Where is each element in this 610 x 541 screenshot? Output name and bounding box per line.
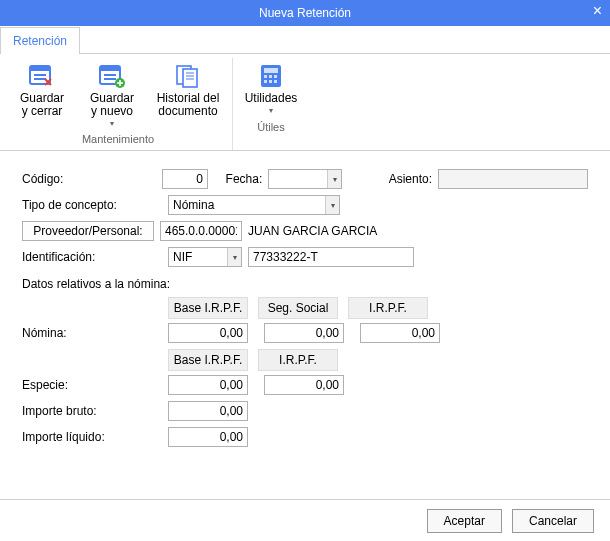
ident-value-input[interactable] bbox=[248, 247, 414, 267]
col-base-irpf-2: Base I.R.P.F. bbox=[168, 349, 248, 371]
bruto-input[interactable] bbox=[168, 401, 248, 421]
especie-row-label: Especie: bbox=[22, 378, 162, 392]
svg-rect-5 bbox=[100, 66, 120, 71]
nomina-row-label: Nómina: bbox=[22, 326, 162, 340]
col-seg-social: Seg. Social bbox=[258, 297, 338, 319]
svg-rect-20 bbox=[269, 80, 272, 83]
ribbon-body: Guardary cerrar Guardary nuevo ▾ Histori… bbox=[0, 54, 610, 151]
codigo-input[interactable] bbox=[162, 169, 208, 189]
svg-rect-10 bbox=[183, 69, 197, 87]
svg-rect-17 bbox=[269, 75, 272, 78]
svg-rect-3 bbox=[34, 78, 46, 80]
ribbon-tabs: Retención bbox=[0, 26, 610, 54]
utilities-label: Utilidades ▾ bbox=[201, 90, 341, 116]
svg-rect-7 bbox=[104, 78, 116, 80]
svg-rect-19 bbox=[264, 80, 267, 83]
tipo-dropdown-icon[interactable]: ▾ bbox=[325, 196, 339, 214]
save-new-icon bbox=[96, 62, 128, 90]
svg-rect-15 bbox=[264, 68, 278, 73]
nomina-irpf-input[interactable] bbox=[360, 323, 440, 343]
liquido-row-label: Importe líquido: bbox=[22, 430, 162, 444]
tipo-label: Tipo de concepto: bbox=[22, 198, 162, 212]
asiento-input bbox=[438, 169, 588, 189]
ident-type-dropdown-icon[interactable]: ▾ bbox=[227, 248, 241, 266]
cancel-button[interactable]: Cancelar bbox=[512, 509, 594, 533]
chevron-down-icon: ▾ bbox=[269, 105, 273, 115]
tab-retencion[interactable]: Retención bbox=[0, 27, 80, 54]
form-area: Código: Fecha: ▾ Asiento: Tipo de concep… bbox=[0, 151, 610, 463]
dialog-footer: Aceptar Cancelar bbox=[0, 499, 610, 541]
especie-base-input[interactable] bbox=[168, 375, 248, 395]
history-icon bbox=[172, 62, 204, 90]
svg-rect-1 bbox=[30, 66, 50, 71]
utilities-button[interactable]: Utilidades ▾ bbox=[239, 60, 303, 118]
group-utiles: Utilidades ▾ Útiles bbox=[233, 58, 309, 150]
group-title-utiles: Útiles bbox=[257, 118, 285, 136]
col-irpf: I.R.P.F. bbox=[348, 297, 428, 319]
fecha-dropdown-icon[interactable]: ▾ bbox=[327, 170, 341, 188]
tipo-input[interactable] bbox=[168, 195, 340, 215]
calculator-icon bbox=[255, 62, 287, 90]
proveedor-name: JUAN GARCIA GARCIA bbox=[248, 224, 377, 238]
svg-rect-6 bbox=[104, 74, 116, 76]
save-close-icon bbox=[26, 62, 58, 90]
col-irpf-2: I.R.P.F. bbox=[258, 349, 338, 371]
nomina-section-title: Datos relativos a la nómina: bbox=[22, 277, 588, 291]
ident-label: Identificación: bbox=[22, 250, 162, 264]
ok-button[interactable]: Aceptar bbox=[427, 509, 502, 533]
svg-rect-18 bbox=[274, 75, 277, 78]
proveedor-code-input[interactable] bbox=[160, 221, 242, 241]
liquido-input[interactable] bbox=[168, 427, 248, 447]
bruto-row-label: Importe bruto: bbox=[22, 404, 162, 418]
codigo-label: Código: bbox=[22, 172, 156, 186]
fecha-label: Fecha: bbox=[226, 172, 263, 186]
asiento-label: Asiento: bbox=[389, 172, 432, 186]
titlebar: Nueva Retención × bbox=[0, 0, 610, 26]
group-title-mantenimiento: Mantenimiento bbox=[82, 130, 154, 148]
svg-rect-16 bbox=[264, 75, 267, 78]
nomina-ss-input[interactable] bbox=[264, 323, 344, 343]
group-mantenimiento: Guardary cerrar Guardary nuevo ▾ Histori… bbox=[4, 58, 233, 150]
svg-rect-21 bbox=[274, 80, 277, 83]
svg-rect-2 bbox=[34, 74, 46, 76]
chevron-down-icon: ▾ bbox=[110, 118, 114, 128]
close-icon[interactable]: × bbox=[593, 2, 602, 20]
especie-irpf-input[interactable] bbox=[264, 375, 344, 395]
proveedor-button[interactable]: Proveedor/Personal: bbox=[22, 221, 154, 241]
window-title: Nueva Retención bbox=[259, 6, 351, 20]
col-base-irpf: Base I.R.P.F. bbox=[168, 297, 248, 319]
nomina-base-input[interactable] bbox=[168, 323, 248, 343]
